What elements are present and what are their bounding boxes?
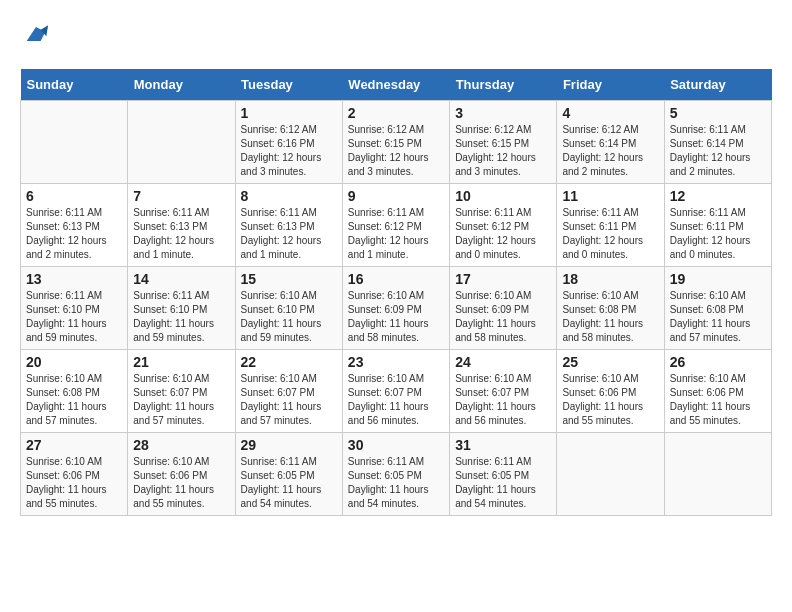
calendar-cell: 13Sunrise: 6:11 AMSunset: 6:10 PMDayligh… [21, 266, 128, 349]
weekday-header-wednesday: Wednesday [342, 69, 449, 101]
day-info: Sunrise: 6:11 AMSunset: 6:12 PMDaylight:… [455, 206, 551, 262]
calendar-cell: 28Sunrise: 6:10 AMSunset: 6:06 PMDayligh… [128, 432, 235, 515]
calendar-cell: 26Sunrise: 6:10 AMSunset: 6:06 PMDayligh… [664, 349, 771, 432]
day-number: 8 [241, 188, 337, 204]
calendar-cell: 5Sunrise: 6:11 AMSunset: 6:14 PMDaylight… [664, 100, 771, 183]
day-info: Sunrise: 6:10 AMSunset: 6:08 PMDaylight:… [670, 289, 766, 345]
calendar-cell: 29Sunrise: 6:11 AMSunset: 6:05 PMDayligh… [235, 432, 342, 515]
calendar-cell: 20Sunrise: 6:10 AMSunset: 6:08 PMDayligh… [21, 349, 128, 432]
calendar-cell: 7Sunrise: 6:11 AMSunset: 6:13 PMDaylight… [128, 183, 235, 266]
calendar-cell: 6Sunrise: 6:11 AMSunset: 6:13 PMDaylight… [21, 183, 128, 266]
day-number: 21 [133, 354, 229, 370]
day-number: 6 [26, 188, 122, 204]
calendar-cell: 14Sunrise: 6:11 AMSunset: 6:10 PMDayligh… [128, 266, 235, 349]
day-info: Sunrise: 6:12 AMSunset: 6:15 PMDaylight:… [455, 123, 551, 179]
day-number: 23 [348, 354, 444, 370]
calendar-week-row: 6Sunrise: 6:11 AMSunset: 6:13 PMDaylight… [21, 183, 772, 266]
day-number: 5 [670, 105, 766, 121]
calendar-cell: 31Sunrise: 6:11 AMSunset: 6:05 PMDayligh… [450, 432, 557, 515]
day-info: Sunrise: 6:11 AMSunset: 6:13 PMDaylight:… [26, 206, 122, 262]
day-number: 16 [348, 271, 444, 287]
logo-icon [22, 20, 50, 48]
calendar-week-row: 13Sunrise: 6:11 AMSunset: 6:10 PMDayligh… [21, 266, 772, 349]
day-number: 18 [562, 271, 658, 287]
calendar-cell: 2Sunrise: 6:12 AMSunset: 6:15 PMDaylight… [342, 100, 449, 183]
day-info: Sunrise: 6:10 AMSunset: 6:07 PMDaylight:… [348, 372, 444, 428]
calendar-cell: 27Sunrise: 6:10 AMSunset: 6:06 PMDayligh… [21, 432, 128, 515]
calendar-cell: 11Sunrise: 6:11 AMSunset: 6:11 PMDayligh… [557, 183, 664, 266]
day-info: Sunrise: 6:11 AMSunset: 6:12 PMDaylight:… [348, 206, 444, 262]
day-number: 22 [241, 354, 337, 370]
day-info: Sunrise: 6:11 AMSunset: 6:10 PMDaylight:… [26, 289, 122, 345]
day-number: 25 [562, 354, 658, 370]
calendar-cell: 21Sunrise: 6:10 AMSunset: 6:07 PMDayligh… [128, 349, 235, 432]
calendar-cell: 23Sunrise: 6:10 AMSunset: 6:07 PMDayligh… [342, 349, 449, 432]
day-number: 20 [26, 354, 122, 370]
calendar-week-row: 20Sunrise: 6:10 AMSunset: 6:08 PMDayligh… [21, 349, 772, 432]
calendar-cell: 18Sunrise: 6:10 AMSunset: 6:08 PMDayligh… [557, 266, 664, 349]
weekday-header-friday: Friday [557, 69, 664, 101]
calendar-cell [128, 100, 235, 183]
day-info: Sunrise: 6:11 AMSunset: 6:11 PMDaylight:… [562, 206, 658, 262]
day-info: Sunrise: 6:10 AMSunset: 6:06 PMDaylight:… [133, 455, 229, 511]
calendar-cell: 3Sunrise: 6:12 AMSunset: 6:15 PMDaylight… [450, 100, 557, 183]
day-info: Sunrise: 6:11 AMSunset: 6:10 PMDaylight:… [133, 289, 229, 345]
day-info: Sunrise: 6:11 AMSunset: 6:13 PMDaylight:… [133, 206, 229, 262]
day-number: 3 [455, 105, 551, 121]
day-number: 30 [348, 437, 444, 453]
calendar-table: SundayMondayTuesdayWednesdayThursdayFrid… [20, 69, 772, 516]
day-number: 1 [241, 105, 337, 121]
day-number: 10 [455, 188, 551, 204]
day-info: Sunrise: 6:10 AMSunset: 6:06 PMDaylight:… [26, 455, 122, 511]
weekday-header-thursday: Thursday [450, 69, 557, 101]
day-info: Sunrise: 6:11 AMSunset: 6:13 PMDaylight:… [241, 206, 337, 262]
calendar-cell: 15Sunrise: 6:10 AMSunset: 6:10 PMDayligh… [235, 266, 342, 349]
day-number: 26 [670, 354, 766, 370]
weekday-header-row: SundayMondayTuesdayWednesdayThursdayFrid… [21, 69, 772, 101]
logo [20, 20, 50, 53]
day-info: Sunrise: 6:10 AMSunset: 6:06 PMDaylight:… [670, 372, 766, 428]
calendar-cell [21, 100, 128, 183]
day-number: 28 [133, 437, 229, 453]
day-info: Sunrise: 6:10 AMSunset: 6:07 PMDaylight:… [241, 372, 337, 428]
calendar-cell: 24Sunrise: 6:10 AMSunset: 6:07 PMDayligh… [450, 349, 557, 432]
day-info: Sunrise: 6:10 AMSunset: 6:07 PMDaylight:… [455, 372, 551, 428]
page-header [20, 20, 772, 53]
calendar-week-row: 27Sunrise: 6:10 AMSunset: 6:06 PMDayligh… [21, 432, 772, 515]
weekday-header-monday: Monday [128, 69, 235, 101]
day-number: 14 [133, 271, 229, 287]
day-info: Sunrise: 6:11 AMSunset: 6:05 PMDaylight:… [455, 455, 551, 511]
calendar-cell: 16Sunrise: 6:10 AMSunset: 6:09 PMDayligh… [342, 266, 449, 349]
weekday-header-tuesday: Tuesday [235, 69, 342, 101]
calendar-cell: 17Sunrise: 6:10 AMSunset: 6:09 PMDayligh… [450, 266, 557, 349]
day-info: Sunrise: 6:10 AMSunset: 6:08 PMDaylight:… [562, 289, 658, 345]
calendar-cell: 22Sunrise: 6:10 AMSunset: 6:07 PMDayligh… [235, 349, 342, 432]
weekday-header-sunday: Sunday [21, 69, 128, 101]
calendar-cell: 30Sunrise: 6:11 AMSunset: 6:05 PMDayligh… [342, 432, 449, 515]
calendar-cell: 9Sunrise: 6:11 AMSunset: 6:12 PMDaylight… [342, 183, 449, 266]
calendar-cell [664, 432, 771, 515]
day-info: Sunrise: 6:11 AMSunset: 6:05 PMDaylight:… [348, 455, 444, 511]
day-info: Sunrise: 6:10 AMSunset: 6:10 PMDaylight:… [241, 289, 337, 345]
calendar-cell: 10Sunrise: 6:11 AMSunset: 6:12 PMDayligh… [450, 183, 557, 266]
calendar-cell: 8Sunrise: 6:11 AMSunset: 6:13 PMDaylight… [235, 183, 342, 266]
calendar-cell: 12Sunrise: 6:11 AMSunset: 6:11 PMDayligh… [664, 183, 771, 266]
calendar-week-row: 1Sunrise: 6:12 AMSunset: 6:16 PMDaylight… [21, 100, 772, 183]
day-info: Sunrise: 6:10 AMSunset: 6:08 PMDaylight:… [26, 372, 122, 428]
calendar-cell: 1Sunrise: 6:12 AMSunset: 6:16 PMDaylight… [235, 100, 342, 183]
day-number: 29 [241, 437, 337, 453]
day-number: 2 [348, 105, 444, 121]
day-number: 17 [455, 271, 551, 287]
weekday-header-saturday: Saturday [664, 69, 771, 101]
day-number: 13 [26, 271, 122, 287]
day-number: 12 [670, 188, 766, 204]
day-info: Sunrise: 6:11 AMSunset: 6:05 PMDaylight:… [241, 455, 337, 511]
day-info: Sunrise: 6:12 AMSunset: 6:14 PMDaylight:… [562, 123, 658, 179]
day-info: Sunrise: 6:12 AMSunset: 6:16 PMDaylight:… [241, 123, 337, 179]
day-number: 11 [562, 188, 658, 204]
day-info: Sunrise: 6:11 AMSunset: 6:14 PMDaylight:… [670, 123, 766, 179]
day-info: Sunrise: 6:10 AMSunset: 6:09 PMDaylight:… [348, 289, 444, 345]
day-number: 15 [241, 271, 337, 287]
calendar-cell [557, 432, 664, 515]
day-info: Sunrise: 6:10 AMSunset: 6:09 PMDaylight:… [455, 289, 551, 345]
